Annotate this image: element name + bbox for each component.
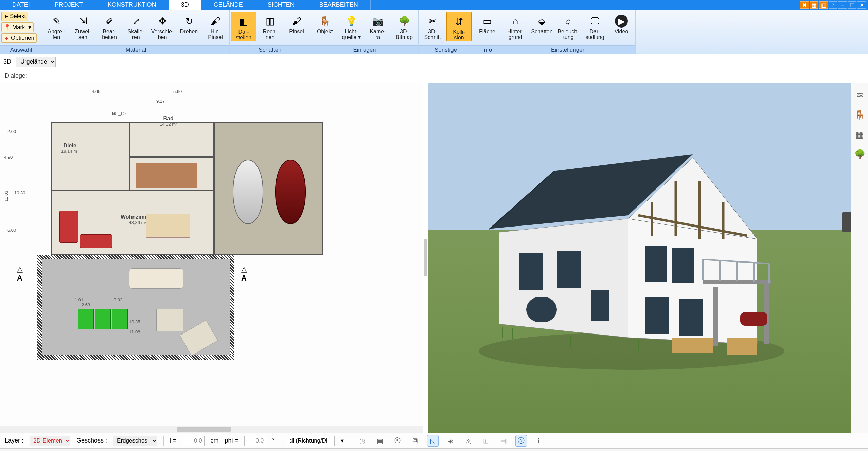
- grid-large-icon[interactable]: ▦: [498, 435, 509, 447]
- room-label-diele: Diele18,14 m²: [61, 143, 78, 154]
- clock-icon[interactable]: ◷: [356, 435, 368, 447]
- status-selection: Selektion: [592, 450, 616, 451]
- panel-material: ✎Abgrei-fen⇲Zuwei-sen✐Bear-beiten⤢Skalie…: [42, 10, 230, 54]
- darstellen-icon: ◧: [236, 14, 251, 29]
- ext-tool-3-icon[interactable]: ▥: [819, 1, 828, 9]
- phi-input[interactable]: [244, 436, 266, 446]
- furniture-icon[interactable]: 🪑: [854, 109, 866, 121]
- svg-rect-12: [557, 251, 581, 288]
- tool-label: Pinsel: [289, 29, 304, 41]
- record-icon[interactable]: ⦿: [392, 435, 403, 447]
- tool-label: Licht-quelle ▾: [342, 29, 360, 41]
- layers-icon[interactable]: ≋: [854, 89, 866, 101]
- tool-zuweisen[interactable]: ⇲Zuwei-sen: [70, 12, 95, 41]
- menu-tab-bearbeiten[interactable]: BEARBEITEN: [307, 0, 371, 10]
- tool-label: 3D-Schnitt: [424, 29, 441, 41]
- hin-pinsel-icon: 🖌: [208, 14, 223, 29]
- tool-verschieben[interactable]: ✥Verschie-ben: [150, 12, 175, 41]
- panel-einfügen: 🪑Objekt💡Licht-quelle ▾📷Kame-ra🌳3D-Bitmap…: [311, 10, 419, 54]
- close-icon[interactable]: ✕: [857, 1, 866, 9]
- help-icon[interactable]: ?: [829, 1, 837, 9]
- tool-beleuchtung[interactable]: ☼Beleuch-tung: [556, 12, 581, 41]
- tool-skalieren[interactable]: ⤢Skalie-ren: [123, 12, 148, 41]
- tool-drehen[interactable]: ↻Drehen: [176, 12, 201, 41]
- menu-tab-3d[interactable]: 3D: [169, 0, 201, 10]
- tool-bearbeiten[interactable]: ✐Bear-beiten: [97, 12, 122, 41]
- 3d-bitmap-icon: 🌳: [397, 14, 412, 29]
- svg-rect-11: [519, 253, 543, 290]
- grid-small-icon[interactable]: ⊞: [480, 435, 492, 447]
- ext-tool-2-icon[interactable]: ▦: [810, 1, 818, 9]
- plan-h-scrollbar[interactable]: [0, 426, 423, 433]
- svg-rect-15: [645, 246, 667, 282]
- tool-3d-schnitt[interactable]: ✂3D-Schnitt: [420, 12, 445, 41]
- floor-label: Geschoss :: [76, 437, 107, 444]
- select-tool-button[interactable]: ➤Selekt: [1, 12, 28, 21]
- tool-label: Hinter-grund: [507, 29, 524, 41]
- snap2-icon[interactable]: ◈: [445, 435, 456, 447]
- menu-tab-gelaende[interactable]: GELÄNDE: [201, 0, 255, 10]
- info-icon[interactable]: ℹ: [533, 435, 545, 447]
- tool-3d-bitmap[interactable]: 🌳3D-Bitmap: [392, 12, 417, 41]
- tool-schatten[interactable]: ⬙Schatten: [529, 12, 554, 41]
- status-uf: UF: [808, 450, 816, 451]
- dl-input[interactable]: [287, 436, 335, 446]
- options-tool-button[interactable]: ＋Optionen: [1, 33, 37, 43]
- dim-in-7: 10.35: [129, 319, 140, 324]
- panel-einstellungen: ⌂Hinter-grund⬙Schatten☼Beleuch-tung🖵Dar-…: [501, 10, 636, 54]
- render-view-3d[interactable]: [428, 83, 851, 433]
- tool-abgreifen[interactable]: ✎Abgrei-fen: [44, 12, 69, 41]
- tool-hintergrund[interactable]: ⌂Hinter-grund: [503, 12, 528, 41]
- tool-darstellen[interactable]: ◧Dar-stellen: [231, 12, 256, 41]
- status-z: Z:: [698, 450, 703, 451]
- dl-dropdown-icon[interactable]: ▾: [341, 437, 344, 445]
- snap1-icon[interactable]: ◺: [427, 435, 439, 447]
- dim-in-9: 3.02: [114, 297, 122, 302]
- panel-info: ▭FlächeInfo: [473, 10, 501, 54]
- stack-icon[interactable]: ⧉: [409, 435, 421, 447]
- view-splitter[interactable]: [423, 83, 428, 433]
- panel-schatten: ◧Dar-stellen▥Rech-nen🖌PinselSchatten: [230, 10, 311, 54]
- tool-label: Dar-stellen: [236, 29, 251, 41]
- layer-select[interactable]: 2D-Elemen: [30, 436, 70, 446]
- terrain-select[interactable]: Urgelände: [16, 57, 56, 67]
- tool-rechnen[interactable]: ▥Rech-nen: [258, 12, 283, 41]
- status-scale: 1:100: [717, 450, 732, 451]
- ext-tool-1-icon[interactable]: ✖: [800, 1, 809, 9]
- menu-tab-konstruktion[interactable]: KONSTRUKTION: [95, 0, 169, 10]
- minimize-icon[interactable]: –: [838, 1, 847, 9]
- plus-icon: ＋: [4, 34, 10, 42]
- tool-hin-pinsel[interactable]: 🖌Hin.Pinsel: [203, 12, 228, 41]
- status-rf: RF: [856, 450, 864, 451]
- camera-tool-icon[interactable]: ▣: [374, 435, 386, 447]
- tool-label: Kolli-sion: [453, 29, 465, 41]
- menu-tab-sichten[interactable]: SICHTEN: [255, 0, 307, 10]
- ribbon: ➤Selekt 📍Mark. ▾ ＋Optionen Auswahl ✎Abgr…: [0, 10, 868, 54]
- menu-tab-datei[interactable]: DATEI: [0, 0, 42, 10]
- tool-objekt[interactable]: 🪑Objekt: [312, 12, 337, 41]
- video-icon: ▶: [614, 14, 629, 29]
- tool-label: Objekt: [317, 29, 333, 41]
- menu-tab-projekt[interactable]: PROJEKT: [42, 0, 95, 10]
- tool-label: 3D-Bitmap: [396, 29, 413, 41]
- tool-kollision[interactable]: ⇵Kolli-sion: [446, 12, 472, 41]
- snap3-icon[interactable]: ◬: [462, 435, 474, 447]
- maximize-icon[interactable]: ☐: [848, 1, 856, 9]
- materials-icon[interactable]: ▦: [854, 128, 866, 141]
- plan-view-2d[interactable]: 4.65 5.60 9.17 B ▢▷ 2.00 4.90 10.30 6.00…: [0, 83, 423, 433]
- zuweisen-icon: ⇲: [75, 14, 90, 29]
- tool-video[interactable]: ▶Video: [609, 12, 634, 41]
- tool-lichtquelle[interactable]: 💡Licht-quelle ▾: [339, 12, 364, 41]
- length-input[interactable]: [183, 436, 205, 446]
- plants-icon[interactable]: 🌳: [854, 148, 866, 160]
- side-panel-toggle[interactable]: [842, 212, 851, 232]
- tool-pinsel[interactable]: 🖌Pinsel: [284, 12, 309, 41]
- north-icon[interactable]: Ⓝ: [515, 435, 527, 447]
- mark-tool-button[interactable]: 📍Mark. ▾: [1, 22, 34, 32]
- tool-darstellung[interactable]: 🖵Dar-stellung: [582, 12, 607, 41]
- floor-select[interactable]: Erdgeschos: [113, 436, 157, 446]
- svg-rect-27: [713, 287, 718, 346]
- tool-flaeche[interactable]: ▭Fläche: [475, 12, 500, 41]
- tool-kamera[interactable]: 📷Kame-ra: [365, 12, 390, 41]
- kamera-icon: 📷: [370, 14, 385, 29]
